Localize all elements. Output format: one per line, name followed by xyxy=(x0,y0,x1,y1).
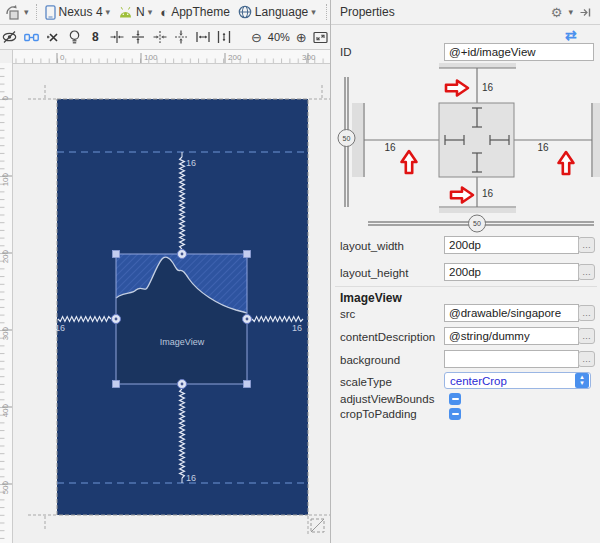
autoconnect-button[interactable] xyxy=(22,26,42,48)
id-label: ID xyxy=(340,46,352,58)
hide-constraints-button[interactable] xyxy=(0,26,20,48)
widget-margin-right[interactable]: 16 xyxy=(537,142,549,153)
crop-to-padding-checkbox[interactable] xyxy=(449,408,461,420)
resize-handle-sw[interactable] xyxy=(113,381,120,388)
ellipsis-icon: … xyxy=(582,309,591,318)
src-input[interactable] xyxy=(444,304,579,322)
align-horizontal-center-button[interactable] xyxy=(107,26,127,48)
canvas-resize-handle[interactable] xyxy=(311,519,324,532)
crop-to-padding-label: cropToPadding xyxy=(340,408,417,420)
background-label: background xyxy=(340,354,400,366)
horizontal-bias-value: 50 xyxy=(473,220,481,227)
annotation-arrow-bottom xyxy=(451,188,473,203)
align-vertical-center-icon xyxy=(131,30,145,44)
expand-vertical-icon xyxy=(217,30,231,44)
ruler-label: 0 xyxy=(1,95,10,100)
align-vertical-center-button[interactable] xyxy=(128,26,148,48)
pack-vertical-button[interactable] xyxy=(171,26,191,48)
hide-panel-icon[interactable] xyxy=(579,6,592,19)
ellipsis-icon: … xyxy=(582,268,591,277)
margin-right-label: 16 xyxy=(292,323,302,333)
adjust-view-bounds-checkbox[interactable] xyxy=(449,393,461,405)
layout-width-input[interactable] xyxy=(444,236,579,254)
expand-horizontal-button[interactable] xyxy=(193,26,213,48)
content-description-more-button[interactable]: … xyxy=(578,328,595,344)
scale-type-select[interactable]: centerCrop ▲▼ xyxy=(444,372,591,389)
globe-icon xyxy=(238,5,252,19)
resize-handle-nw[interactable] xyxy=(113,251,120,258)
horizontal-bias-slider[interactable]: 50 xyxy=(368,215,594,232)
design-canvas[interactable]: 0 100 200 300 0 100 200 300 400 500 xyxy=(0,50,330,543)
resize-handle-se[interactable] xyxy=(244,381,251,388)
android-icon xyxy=(118,6,133,19)
id-input[interactable] xyxy=(444,43,594,61)
constraint-anchor-left[interactable] xyxy=(112,315,121,324)
properties-panel: Properties ⚙ ▾ ⇄ ID xyxy=(330,0,600,543)
imageview-label: ImageView xyxy=(160,337,205,347)
constraint-anchor-bottom[interactable] xyxy=(178,380,187,389)
constraint-anchor-top[interactable] xyxy=(178,250,187,259)
device-selector-label: Nexus 4 xyxy=(59,5,103,19)
constraint-anchor-right[interactable] xyxy=(243,315,252,324)
layout-width-more-button[interactable]: … xyxy=(578,237,595,253)
align-horizontal-center-icon xyxy=(110,30,124,44)
ruler-label: 400 xyxy=(1,403,10,417)
chevron-down-icon: ▾ xyxy=(106,8,111,17)
orientation-button[interactable]: ▾ xyxy=(0,1,33,23)
zoom-in-button[interactable]: ⊕ xyxy=(294,26,309,48)
expand-vertical-button[interactable] xyxy=(214,26,234,48)
content-description-input[interactable] xyxy=(444,327,579,345)
panel-title: Properties xyxy=(340,5,551,19)
vertical-bias-slider[interactable]: 50 xyxy=(338,77,355,207)
default-margin-value: 8 xyxy=(92,30,99,44)
ruler-label: 100 xyxy=(144,53,158,62)
background-more-button[interactable]: … xyxy=(578,351,595,367)
api-version-selector[interactable]: N ▾ xyxy=(114,1,156,23)
device-selector[interactable]: Nexus 4 ▾ xyxy=(41,1,115,23)
chevron-down-icon: ▾ xyxy=(148,8,153,17)
section-header: ImageView xyxy=(340,291,402,305)
constraint-inspector: 16 16 16 16 50 50 xyxy=(331,63,600,235)
scale-type-value: centerCrop xyxy=(445,375,575,387)
layout-height-input[interactable] xyxy=(444,263,579,281)
ellipsis-icon: … xyxy=(582,332,591,341)
zoom-out-button[interactable]: ⊖ xyxy=(249,26,264,48)
imageview-widget[interactable] xyxy=(116,254,247,384)
layout-height-more-button[interactable]: … xyxy=(578,264,595,280)
theme-selector[interactable]: ◐ AppTheme xyxy=(156,1,234,23)
background-input[interactable] xyxy=(444,350,579,368)
content-description-label: contentDescription xyxy=(340,331,435,343)
annotation-arrow-top xyxy=(446,81,468,96)
ellipsis-icon: … xyxy=(582,241,591,250)
pack-vertical-icon xyxy=(174,30,188,44)
ruler-label: 200 xyxy=(228,53,242,62)
widget-margin-bottom[interactable]: 16 xyxy=(482,188,494,199)
phone-icon xyxy=(45,5,56,20)
expand-horizontal-icon xyxy=(196,30,210,44)
swap-panel-icon[interactable]: ⇄ xyxy=(565,27,577,43)
toolbar-separator xyxy=(36,4,38,20)
zoom-to-fit-button[interactable] xyxy=(311,26,331,48)
chevron-down-icon: ▾ xyxy=(568,8,573,17)
default-margin-button[interactable]: 8 xyxy=(86,26,105,48)
api-version-label: N xyxy=(136,5,145,19)
widget-margin-top[interactable]: 16 xyxy=(482,82,494,93)
gear-icon[interactable]: ⚙ xyxy=(551,5,563,20)
layout-width-label: layout_width xyxy=(340,240,404,252)
margin-bottom-label: 16 xyxy=(186,473,196,483)
margin-left-label: 16 xyxy=(55,323,65,333)
pack-horizontal-icon xyxy=(153,30,167,44)
zoom-to-fit-icon xyxy=(313,31,328,44)
resize-handle-ne[interactable] xyxy=(244,251,251,258)
widget-margin-left[interactable]: 16 xyxy=(384,142,396,153)
src-more-button[interactable]: … xyxy=(578,305,595,321)
ruler-label: 300 xyxy=(1,326,10,340)
autoconnect-icon xyxy=(24,31,39,44)
theme-label: AppTheme xyxy=(171,5,230,19)
language-selector[interactable]: Language ▾ xyxy=(234,1,320,23)
pack-horizontal-button[interactable] xyxy=(150,26,170,48)
vertical-ruler: 0 100 200 300 400 500 xyxy=(0,50,13,543)
infer-constraints-button[interactable] xyxy=(65,26,85,48)
ruler-label: 0 xyxy=(60,53,65,62)
clear-constraints-button[interactable] xyxy=(43,26,63,48)
